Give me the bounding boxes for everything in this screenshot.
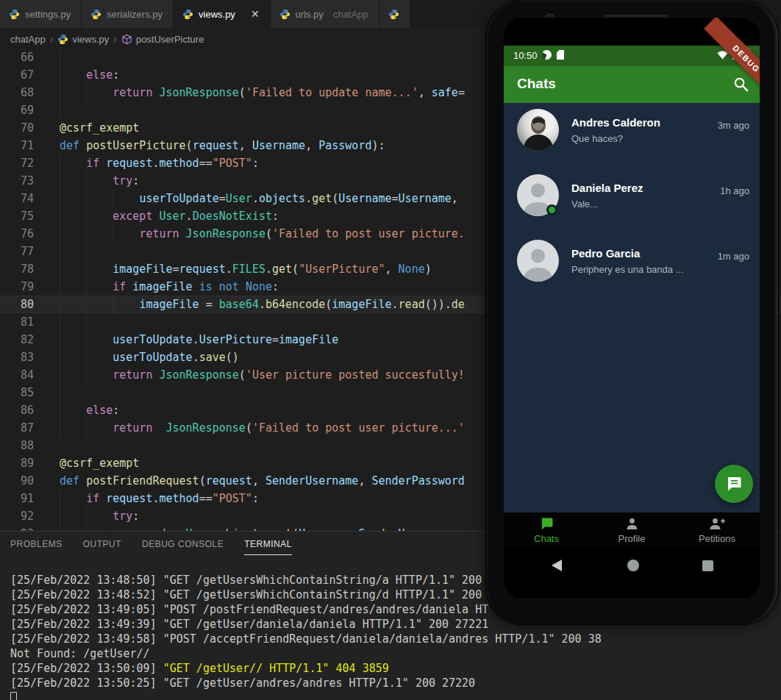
person-add-icon	[709, 517, 725, 531]
nav-item-chats[interactable]: Chats	[504, 512, 589, 548]
code-text: userToUpdate=User.objects.get(Username=U…	[60, 190, 458, 207]
code-text: if imageFile is not None:	[60, 278, 279, 296]
indent-guide	[60, 243, 60, 260]
status-time: 10:50	[513, 50, 538, 61]
line-number: 90	[0, 472, 34, 490]
nav-label: Profile	[618, 533, 646, 544]
line-number: 66	[0, 49, 34, 66]
line-number: 74	[0, 190, 34, 207]
code-text: try:	[60, 172, 139, 190]
status-bar: 10:50	[504, 46, 760, 66]
line-number: 70	[0, 119, 34, 137]
tab-partial[interactable]	[379, 0, 410, 28]
panel-tab-output[interactable]: OUTPUT	[83, 539, 121, 555]
avatar-placeholder	[517, 240, 559, 282]
panel-tab-terminal[interactable]: TERMINAL	[244, 539, 292, 555]
notification-icon	[542, 50, 552, 60]
chat-name: Pedro Garcia	[571, 247, 640, 260]
code-text: @csrf_exempt	[60, 119, 139, 137]
symbol-method-icon	[121, 34, 132, 45]
code-text: def postUserPicture(request, Username, P…	[60, 137, 385, 154]
line-number: 84	[0, 366, 34, 384]
terminal-line: [25/Feb/2022 13:50:25] "GET /getUser/and…	[10, 676, 602, 690]
back-button[interactable]	[552, 560, 562, 571]
nav-item-profile[interactable]: Profile	[589, 512, 674, 548]
recents-button[interactable]	[702, 560, 713, 571]
home-button[interactable]	[627, 560, 639, 571]
chat-time: 1h ago	[720, 185, 749, 196]
code-text: def postFriendRequest(request, SenderUse…	[60, 472, 465, 490]
app-bar: Chats	[504, 66, 760, 103]
indent-guide	[60, 384, 60, 401]
line-number: 69	[0, 101, 34, 119]
vscode-window: settings.pyserializers.pyviews.py✕urls.p…	[0, 0, 781, 700]
code-text: return JsonResponse('User picture posted…	[60, 366, 465, 384]
code-text: userToUpdate.UserPicture=imageFile	[60, 331, 338, 349]
nav-label: Petitions	[699, 533, 735, 544]
panel-tab-debug-console[interactable]: DEBUG CONSOLE	[142, 539, 224, 555]
line-number: 81	[0, 313, 34, 331]
python-icon	[279, 9, 290, 20]
sd-card-icon	[557, 50, 564, 60]
python-icon	[90, 9, 101, 20]
line-number: 80	[0, 296, 34, 313]
panel-tab-problems[interactable]: PROBLEMS	[10, 539, 63, 555]
breadcrumb-item-views.py[interactable]: views.py	[57, 34, 109, 45]
tab-serializers.py[interactable]: serializers.py	[82, 0, 174, 28]
avatar	[517, 109, 559, 151]
chat-time: 3m ago	[718, 120, 749, 131]
line-number: 67	[0, 66, 34, 84]
chat-last-message: Periphery es una banda ...	[571, 264, 684, 275]
code-text: else:	[60, 66, 119, 84]
code-text: return JsonResponse('Failed to post user…	[60, 225, 465, 243]
line-number: 91	[0, 490, 34, 507]
line-number: 89	[0, 454, 34, 472]
close-icon[interactable]: ✕	[251, 9, 260, 19]
nav-item-petitions[interactable]: Petitions	[674, 512, 760, 548]
tab-dir-hint: chatApp	[333, 9, 368, 20]
line-number: 71	[0, 137, 34, 154]
terminal-line: [25/Feb/2022 13:49:58] "POST /acceptFrie…	[10, 632, 602, 646]
indent-guide	[60, 101, 60, 119]
search-icon[interactable]	[733, 76, 749, 92]
chat-list-item[interactable]: Daniela PerezVale...1h ago	[504, 168, 760, 234]
breadcrumb-item-chatApp[interactable]: chatApp	[10, 34, 46, 45]
line-number: 75	[0, 207, 34, 225]
indent-guide	[60, 49, 60, 66]
tab-settings.py[interactable]: settings.py	[0, 0, 82, 28]
chat-list-item[interactable]: Andres CalderonQue haces?3m ago	[504, 103, 760, 168]
code-text: if request.method=="POST":	[60, 154, 259, 172]
new-message-fab[interactable]	[715, 465, 753, 503]
chat-list: Andres CalderonQue haces?3m agoDaniela P…	[504, 103, 760, 512]
tab-urls.py[interactable]: urls.pychatApp	[271, 0, 379, 28]
code-text: else:	[60, 401, 119, 419]
python-icon	[182, 9, 193, 20]
person-icon	[625, 517, 639, 531]
chevron-right-icon: ›	[113, 33, 117, 45]
chat-name: Daniela Perez	[571, 182, 643, 194]
line-number: 87	[0, 419, 34, 437]
code-text: imageFile=request.FILES.get("UserPicture…	[60, 260, 432, 278]
chat-last-message: Que haces?	[571, 133, 623, 144]
nav-label: Chats	[534, 533, 559, 544]
tab-views.py[interactable]: views.py✕	[174, 0, 271, 28]
indent-guide	[86, 313, 87, 331]
python-icon	[388, 9, 399, 20]
chat-time: 1m ago	[718, 251, 749, 262]
indent-guide	[86, 243, 87, 260]
chat-list-item[interactable]: Pedro GarciaPeriphery es una banda ...1m…	[504, 234, 760, 299]
line-number: 83	[0, 349, 34, 366]
app-title: Chats	[517, 76, 556, 92]
code-text: return JsonResponse('Failed to update na…	[60, 84, 465, 101]
code-text: @csrf_exempt	[60, 454, 139, 472]
terminal-cursor	[10, 692, 17, 700]
breadcrumb-item-postUserPicture[interactable]: postUserPicture	[121, 34, 204, 45]
python-icon	[57, 34, 68, 45]
line-number: 86	[0, 401, 34, 419]
line-number: 78	[0, 260, 34, 278]
line-number: 73	[0, 172, 34, 190]
chat-last-message: Vale...	[571, 199, 598, 210]
android-emulator-phone: 10:50 DEBUG Chats	[486, 0, 778, 624]
indent-guide	[60, 313, 60, 331]
code-text: if request.method=="POST":	[60, 490, 259, 507]
